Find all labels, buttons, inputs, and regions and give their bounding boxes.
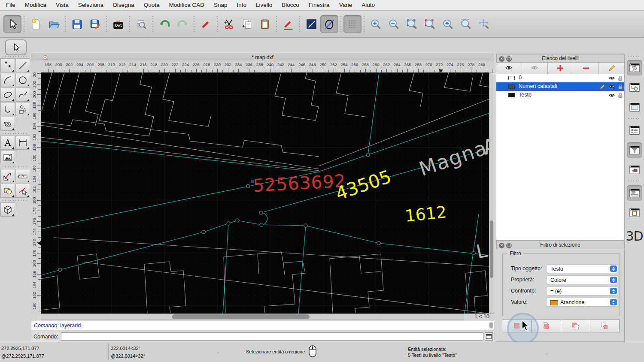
object-type-dropdown[interactable]: Testo xyxy=(546,264,618,273)
drawing-canvas[interactable]: 52563692 43505 1612 Magna A L xyxy=(41,72,489,314)
layer-list-panel-button[interactable] xyxy=(627,60,642,75)
layer-lock-icon[interactable] xyxy=(617,92,623,98)
h-ruler-number: 268 xyxy=(415,62,422,67)
command-input[interactable] xyxy=(61,332,483,341)
selection-filter-panel-button[interactable] xyxy=(627,142,642,158)
print-preview-button[interactable] xyxy=(132,15,150,33)
ellipse-tool-button[interactable] xyxy=(0,87,15,102)
zoom-selection-button[interactable] xyxy=(421,15,439,33)
v-ruler-number: 180 xyxy=(32,196,36,205)
value-dropdown[interactable]: Arancione xyxy=(546,298,618,307)
image-tool-button[interactable] xyxy=(0,150,15,164)
edit-layer-button[interactable] xyxy=(599,63,624,74)
remove-layer-button[interactable] xyxy=(573,63,599,74)
menu-aiuto[interactable]: Aiuto xyxy=(357,0,380,10)
view-list-panel-button[interactable] xyxy=(627,123,642,138)
construction-circle-button[interactable] xyxy=(320,15,338,33)
zoom-previous-button[interactable] xyxy=(439,15,457,33)
menu-finestra[interactable]: Finestra xyxy=(304,0,334,10)
shapes-tool-button[interactable] xyxy=(15,102,30,116)
menu-modifica-cad[interactable]: Modifica CAD xyxy=(164,0,209,10)
layer-edit-pencil-icon[interactable] xyxy=(599,84,605,90)
text-tool-button[interactable]: A xyxy=(0,136,15,150)
command-history-scrollbar[interactable] xyxy=(489,322,493,329)
paste-button[interactable] xyxy=(256,15,274,33)
palette-drag-handle[interactable] xyxy=(2,55,28,57)
delete-tool-button[interactable] xyxy=(197,15,215,33)
command-history[interactable]: Comando: layeradd xyxy=(31,321,494,330)
projection-panel-button[interactable] xyxy=(627,162,642,178)
comparison-dropdown[interactable]: = (è) xyxy=(546,287,618,296)
undo-button[interactable] xyxy=(155,15,173,33)
line-tool-button[interactable] xyxy=(15,58,30,72)
layer-row-testo[interactable]: Testo xyxy=(496,91,624,100)
vertical-scrollbar[interactable] xyxy=(489,72,494,314)
menu-disegna[interactable]: Disegna xyxy=(108,0,139,10)
modify-tool-button[interactable] xyxy=(0,184,15,198)
pencil-tool-button[interactable] xyxy=(279,15,297,33)
layer-lock-icon[interactable] xyxy=(617,75,623,81)
show-all-layers-eye-button[interactable] xyxy=(496,63,522,74)
copy-button[interactable] xyxy=(238,15,256,33)
arc-tool-button[interactable] xyxy=(0,73,15,87)
property-editor-panel-button[interactable] xyxy=(627,205,642,220)
redo-button[interactable] xyxy=(173,15,191,33)
layer-lock-icon[interactable] xyxy=(617,84,623,90)
dock-drag-handle[interactable] xyxy=(627,55,641,57)
grid-toggle-button[interactable] xyxy=(343,15,361,33)
zoom-out-button[interactable] xyxy=(385,15,403,33)
menu-snap[interactable]: Snap xyxy=(209,0,232,10)
save-as-button[interactable] xyxy=(86,15,104,33)
horizontal-scrollbar[interactable] xyxy=(41,314,464,320)
trim-tool-button[interactable] xyxy=(15,184,30,198)
block-list-panel-button[interactable] xyxy=(627,80,642,95)
menu-vista[interactable]: Vista xyxy=(51,0,73,10)
menu-livello[interactable]: Livello xyxy=(251,0,277,10)
menu-quota[interactable]: Quota xyxy=(139,0,164,10)
zoom-auto-button[interactable] xyxy=(403,15,421,33)
menu-info[interactable]: Info xyxy=(232,0,252,10)
cad-tools-icon xyxy=(3,171,13,181)
intersect-selection-button[interactable] xyxy=(590,320,619,332)
zoom-window-button[interactable] xyxy=(457,15,475,33)
pan-zoom-button[interactable] xyxy=(475,15,493,33)
property-dropdown[interactable]: Colore xyxy=(546,275,618,284)
menu-varie[interactable]: Varie xyxy=(334,0,357,10)
layer-list-panel-icon xyxy=(628,62,641,74)
hatch-tool-button[interactable] xyxy=(0,117,15,131)
cut-button[interactable] xyxy=(220,15,238,33)
menu-file[interactable]: File xyxy=(0,0,20,10)
cad-tools-tool-button[interactable] xyxy=(0,169,15,183)
measure-tool-button[interactable] xyxy=(15,169,30,183)
svg-export-button[interactable]: SVG xyxy=(109,15,127,33)
circle-tool-button[interactable] xyxy=(15,73,30,87)
save-button[interactable] xyxy=(68,15,86,33)
points-tool-button[interactable] xyxy=(0,58,15,72)
layer-visibility-eye-icon[interactable] xyxy=(609,92,615,98)
spline-tool-button[interactable] xyxy=(15,87,30,102)
remove-from-selection-button[interactable] xyxy=(561,320,590,332)
document-titlebar[interactable]: * map.dxf xyxy=(31,54,494,61)
zoom-in-button[interactable] xyxy=(367,15,385,33)
menu-blocco[interactable]: Blocco xyxy=(277,0,304,10)
menu-seleziona[interactable]: Seleziona xyxy=(73,0,108,10)
selection-tool-button[interactable] xyxy=(5,39,27,55)
menu-modifica[interactable]: Modifica xyxy=(20,0,51,10)
polyline-tool-button[interactable] xyxy=(0,102,15,116)
construction-line-button[interactable] xyxy=(302,15,320,33)
library-browser-panel-button[interactable] xyxy=(627,100,642,115)
open-file-button[interactable] xyxy=(45,15,63,33)
layer-visibility-eye-icon[interactable] xyxy=(609,84,615,90)
layer-row-0[interactable]: 0 xyxy=(496,74,624,82)
selection-arrow-button[interactable] xyxy=(3,15,21,33)
layer-visibility-eye-icon[interactable] xyxy=(609,75,615,81)
command-detach-button[interactable] xyxy=(485,332,493,341)
add-layer-button[interactable] xyxy=(548,63,574,74)
command-line-panel-button[interactable] xyxy=(627,185,642,201)
solid-3d-tool-button[interactable] xyxy=(0,202,15,217)
new-file-button[interactable] xyxy=(27,15,45,33)
layer-row-numeri-catastali[interactable]: Numeri catastali xyxy=(496,82,624,91)
stepper-icon xyxy=(610,299,617,305)
dimension-tool-button[interactable] xyxy=(15,136,30,150)
hide-all-layers-eye-button[interactable] xyxy=(522,63,548,74)
